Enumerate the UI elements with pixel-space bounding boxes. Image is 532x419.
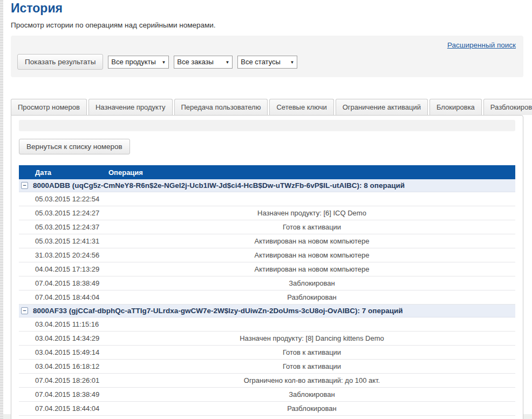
serial-group-row[interactable]: − 8000ADBB (uqCg5z-CmNeY8-R6n$2e-NGeI2j-… (19, 179, 515, 192)
filter-select-wrap: Все заказы ▼ (174, 56, 233, 69)
tab-view-numbers[interactable]: Просмотр номеров (11, 99, 87, 115)
tab-block[interactable]: Блокировка (429, 99, 482, 115)
history-row-date: 07.04.2015 18:38:49 (35, 390, 108, 398)
history-row: 07.04.2015 18:44:04 Разблокирован (19, 290, 515, 305)
advanced-search-link[interactable]: Расширенный поиск (447, 41, 516, 49)
history-row-operation: Активирован на новом компьютере (108, 265, 515, 273)
history-row: 05.03.2015 12:41:31 Активирован на новом… (19, 234, 515, 248)
history-row: 31.03.2015 20:24:56 Активирован на новом… (19, 248, 515, 262)
tab-bar: Просмотр номеров Назначение продукту Пер… (11, 99, 523, 115)
history-row-date: 05.03.2015 12:41:31 (35, 237, 108, 245)
history-row-date: 03.04.2015 11:15:16 (35, 320, 108, 328)
history-row-date: 04.04.2015 17:13:29 (35, 265, 108, 273)
serial-group-title: 8000AF33 (gjCCaf-dbphQc-aTTIg7-ULrdxa-gw… (33, 307, 403, 315)
back-to-list-button[interactable]: Вернуться к списку номеров (19, 139, 130, 154)
column-header-date: Дата (35, 168, 108, 177)
tab-network-keys[interactable]: Сетевые ключи (269, 99, 333, 115)
tab-activation-limit[interactable]: Ограничение активаций (336, 99, 428, 115)
serial-group-row[interactable]: − 8000AF33 (gjCCaf-dbphQc-aTTIg7-ULrdxa-… (19, 305, 515, 317)
history-row-date: 07.04.2015 18:44:04 (35, 404, 108, 413)
back-button-row: Вернуться к списку номеров (19, 139, 515, 154)
history-row: 07.04.2015 18:38:49 Заблокирован (19, 276, 515, 290)
history-row: 03.04.2015 15:49:14 Готов к активации (19, 346, 515, 360)
collapse-icon[interactable]: − (21, 307, 28, 314)
history-row-operation: Разблокирован (108, 293, 515, 301)
history-row-date: 07.04.2015 18:38:49 (35, 279, 108, 287)
advanced-search-row: Расширенный поиск (17, 39, 517, 51)
show-results-button[interactable]: Показать результаты (17, 54, 103, 70)
history-row-operation: Ограничено кол-во активаций: до 100 акт. (108, 376, 515, 384)
filter-select-wrap: Все статусы ▼ (237, 56, 297, 69)
history-row-date: 03.04.2015 14:34:29 (35, 334, 108, 342)
history-row-date: 03.04.2015 16:18:12 (35, 362, 108, 370)
column-header-operation: Операция (108, 168, 515, 177)
history-row-operation: Активирован на новом компьютере (108, 237, 515, 245)
history-row-operation: Активирован на новом компьютере (108, 251, 515, 259)
history-row-date: 05.03.2015 12:24:27 (35, 209, 108, 217)
history-row-date: 05.03.2015 12:24:37 (35, 223, 108, 231)
history-tab-panel: Вернуться к списку номеров Дата Операция… (11, 115, 523, 419)
history-row-date: 07.04.2015 18:44:04 (35, 293, 108, 301)
history-row-operation: Готов к активации (108, 348, 515, 356)
orders-select[interactable]: Все заказы (174, 56, 233, 69)
history-row: 07.04.2015 18:38:49 Заблокирован (19, 388, 515, 402)
tab-transfer-user[interactable]: Передача пользователю (174, 99, 268, 115)
left-gutter (0, 0, 3, 419)
tab-unblock[interactable]: Разблокировка (483, 99, 532, 115)
serial-group-title: 8000ADBB (uqCg5z-CmNeY8-R6n$2e-NGeI2j-Uc… (33, 181, 405, 190)
history-row: 03.04.2015 11:15:16 (19, 317, 515, 332)
filter-select-wrap: Все продукты ▼ (108, 56, 169, 69)
collapse-icon[interactable]: − (21, 182, 28, 189)
history-row: 07.04.2015 18:26:01 Ограничено кол-во ак… (19, 374, 515, 388)
history-row-operation: Назначен продукту: [8] Dancing kittens D… (108, 334, 515, 342)
page-subtitle: Просмотр истории по операциям над серийн… (11, 21, 523, 29)
history-table: Дата Операция − 8000ADBB (uqCg5z-CmNeY8-… (19, 165, 515, 416)
history-row-operation: Назначен продукту: [6] ICQ Demo (108, 209, 515, 217)
page: История Просмотр истории по операциям на… (11, 1, 523, 419)
history-row-operation: Разблокирован (108, 404, 515, 413)
history-row-operation: Заблокирован (108, 390, 515, 398)
page-title: История (11, 1, 523, 16)
empty-message-strip (19, 120, 515, 131)
history-row-operation: Заблокирован (108, 279, 515, 287)
history-row: 05.03.2015 12:24:37 Готов к активации (19, 220, 515, 234)
history-row-date: 05.03.2015 12:22:54 (35, 195, 108, 203)
history-row: 05.03.2015 12:24:27 Назначен продукту: [… (19, 206, 515, 220)
history-row-date: 31.03.2015 20:24:56 (35, 251, 108, 259)
statuses-select[interactable]: Все статусы (237, 56, 297, 69)
tab-assign-product[interactable]: Назначение продукту (88, 99, 173, 115)
history-row: 04.04.2015 17:13:29 Активирован на новом… (19, 262, 515, 276)
filter-controls: Показать результаты Все продукты ▼ Все з… (17, 54, 517, 70)
history-row-operation: Готов к активации (108, 362, 515, 370)
products-select[interactable]: Все продукты (108, 56, 169, 69)
history-row-date: 03.04.2015 15:49:14 (35, 348, 108, 356)
history-row-date: 07.04.2015 18:26:01 (35, 376, 108, 384)
history-row-operation: Готов к активации (108, 223, 515, 231)
history-row: 03.04.2015 16:18:12 Готов к активации (19, 360, 515, 374)
table-header-row: Дата Операция (19, 165, 515, 179)
history-row: 05.03.2015 12:22:54 (19, 192, 515, 206)
history-row: 07.04.2015 18:44:04 Разблокирован (19, 402, 515, 416)
filter-panel: Расширенный поиск Показать результаты Вс… (11, 36, 523, 77)
history-row: 03.04.2015 14:34:29 Назначен продукту: [… (19, 332, 515, 346)
